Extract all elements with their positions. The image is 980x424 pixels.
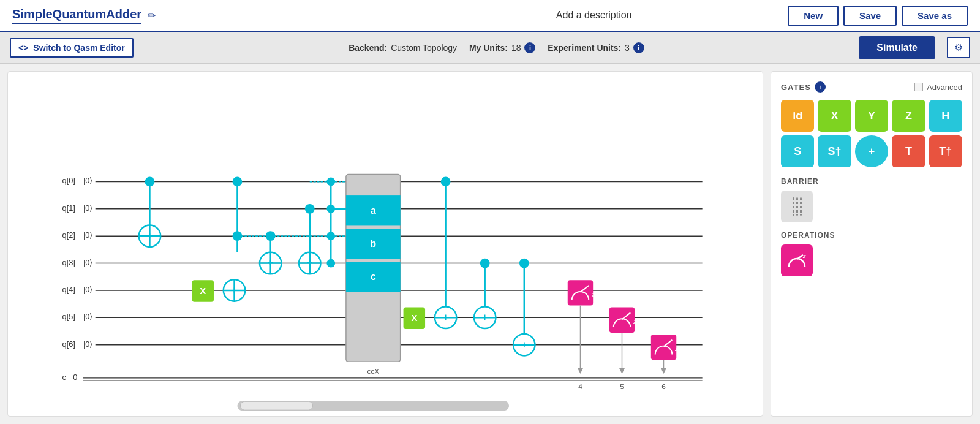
gate-sdagger-button[interactable]: S†: [818, 135, 851, 167]
gates-info-icon[interactable]: i: [815, 81, 826, 93]
header: SimpleQuantumAdder ✏ Add a description N…: [0, 0, 980, 32]
svg-text:q[1]: q[1]: [62, 203, 75, 213]
barrier-line-3: [800, 197, 802, 216]
gate-z-button[interactable]: Z: [892, 100, 925, 132]
svg-text:|0⟩: |0⟩: [83, 203, 92, 213]
backend-info: Backend: Custom Topology My Units: 18 i …: [349, 42, 644, 53]
measure-icon-svg: z: [786, 249, 808, 271]
advanced-label: Advanced: [927, 83, 962, 92]
backend-label: Backend:: [349, 43, 387, 53]
barrier-lines: [793, 197, 802, 216]
experiment-units-label: Experiment Units:: [548, 43, 621, 53]
svg-text:q[5]: q[5]: [62, 312, 75, 321]
svg-text:ccX: ccX: [367, 367, 379, 376]
qasm-icon: <>: [18, 43, 28, 53]
circuit-container[interactable]: q[0] |0⟩ q[1] |0⟩ q[2] |0⟩ q[3] |0⟩ q[4]…: [7, 71, 763, 417]
svg-text:q[4]: q[4]: [62, 285, 75, 294]
circuit-svg: q[0] |0⟩ q[1] |0⟩ q[2] |0⟩ q[3] |0⟩ q[4]…: [8, 72, 763, 416]
my-units-info-icon[interactable]: i: [524, 42, 535, 53]
svg-rect-98: [651, 335, 676, 360]
toolbar: <> Switch to Qasm Editor Backend: Custom…: [0, 32, 980, 64]
svg-text:q[0]: q[0]: [62, 176, 75, 185]
edit-icon[interactable]: ✏: [148, 10, 156, 21]
svg-rect-105: [240, 401, 312, 410]
my-units-label: My Units:: [469, 43, 508, 53]
barrier-line-2: [796, 197, 798, 216]
main: q[0] |0⟩ q[1] |0⟩ q[2] |0⟩ q[3] |0⟩ q[4]…: [0, 64, 980, 424]
new-button[interactable]: New: [788, 6, 839, 26]
svg-point-67: [326, 259, 335, 268]
svg-text:c: c: [371, 271, 376, 282]
gates-title: GATES: [781, 83, 811, 92]
advanced-row: Advanced: [914, 83, 962, 92]
save-button[interactable]: Save: [843, 6, 897, 26]
my-units-value: 18: [511, 43, 521, 53]
backend-value: Custom Topology: [391, 43, 457, 53]
advanced-checkbox[interactable]: [914, 83, 923, 91]
svg-rect-86: [568, 280, 593, 305]
svg-text:|0⟩: |0⟩: [83, 230, 92, 240]
svg-text:|0⟩: |0⟩: [83, 285, 92, 294]
svg-text:a: a: [371, 205, 376, 216]
svg-text:X: X: [411, 313, 417, 323]
simulate-button[interactable]: Simulate: [859, 36, 935, 59]
gates-title-row: GATES i: [781, 81, 826, 93]
svg-text:5: 5: [620, 382, 624, 391]
svg-text:z: z: [674, 346, 678, 352]
svg-text:6: 6: [662, 382, 666, 391]
add-description-button[interactable]: Add a description: [400, 10, 788, 21]
svg-point-68: [326, 205, 335, 213]
gate-id-button[interactable]: id: [781, 100, 814, 132]
header-buttons: New Save Save as: [788, 6, 968, 26]
gate-x-button[interactable]: X: [818, 100, 851, 132]
gate-s-button[interactable]: S: [781, 135, 814, 167]
barrier-line-1: [793, 197, 794, 216]
svg-text:z: z: [802, 253, 806, 259]
gates-panel: GATES i Advanced id X Y Z H S S† + T T† …: [771, 71, 973, 417]
svg-text:4: 4: [578, 382, 582, 391]
svg-text:|0⟩: |0⟩: [83, 176, 92, 185]
svg-text:b: b: [370, 238, 376, 249]
svg-text:z: z: [591, 291, 595, 298]
svg-text:q[6]: q[6]: [62, 339, 75, 349]
qasm-label: Switch to Qasm Editor: [33, 43, 124, 53]
svg-text:+: +: [147, 230, 153, 241]
experiment-units-info-icon[interactable]: i: [633, 42, 644, 53]
gates-header: GATES i Advanced: [781, 81, 962, 93]
svg-text:|0⟩: |0⟩: [83, 258, 92, 267]
barrier-button[interactable]: [781, 191, 813, 222]
svg-text:|0⟩: |0⟩: [83, 312, 92, 321]
svg-text:q[3]: q[3]: [62, 258, 75, 267]
svg-text:+: +: [482, 312, 488, 322]
gate-h-button[interactable]: H: [929, 100, 962, 132]
svg-text:+: +: [307, 257, 312, 268]
title-area: SimpleQuantumAdder ✏: [12, 7, 400, 24]
svg-text:+: +: [268, 257, 273, 268]
svg-text:|0⟩: |0⟩: [83, 339, 92, 349]
experiment-units-value: 3: [625, 43, 630, 53]
svg-text:0: 0: [73, 373, 77, 382]
operations-title: OPERATIONS: [781, 231, 962, 240]
svg-text:c: c: [62, 373, 67, 382]
svg-text:+: +: [521, 339, 527, 350]
svg-text:X: X: [200, 286, 206, 296]
gate-cnot-button[interactable]: +: [855, 135, 888, 167]
gates-grid: id X Y Z H S S† + T T†: [781, 100, 962, 167]
barrier-title: BARRIER: [781, 177, 962, 186]
measure-button[interactable]: z: [781, 244, 813, 276]
svg-rect-92: [609, 308, 635, 333]
barrier-section: BARRIER: [781, 177, 962, 222]
qasm-editor-button[interactable]: <> Switch to Qasm Editor: [10, 38, 134, 58]
svg-text:q[2]: q[2]: [62, 230, 75, 240]
save-as-button[interactable]: Save as: [902, 6, 968, 26]
settings-button[interactable]: ⚙: [947, 37, 970, 58]
svg-text:+: +: [232, 285, 237, 295]
svg-text:z: z: [633, 318, 636, 325]
gate-y-button[interactable]: Y: [855, 100, 888, 132]
svg-text:+: +: [443, 312, 448, 322]
operations-section: OPERATIONS z: [781, 231, 962, 276]
gate-t-button[interactable]: T: [892, 135, 925, 167]
gate-tdagger-button[interactable]: T†: [929, 135, 962, 167]
app-title: SimpleQuantumAdder: [12, 7, 141, 24]
